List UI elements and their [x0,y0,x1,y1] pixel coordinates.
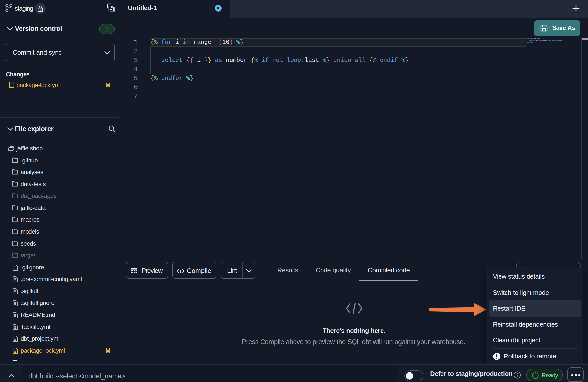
svg-text:?: ? [516,373,519,378]
